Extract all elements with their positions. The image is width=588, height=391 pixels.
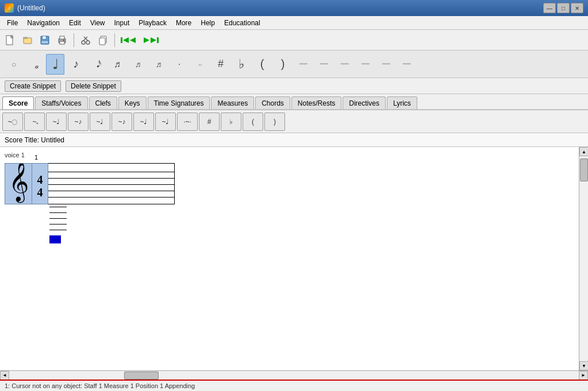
scroll-track-h[interactable] [9,371,579,380]
notation-sharp-btn[interactable]: # [199,113,220,131]
svg-rect-3 [24,37,27,38]
tab-notes-rests[interactable]: Notes/Rests [291,96,341,109]
cursor-indicator [49,235,61,243]
menu-view[interactable]: View [86,17,110,29]
long-rest5-btn[interactable]: ━━ [377,54,395,75]
minimize-button[interactable]: — [543,3,556,13]
tab-clefs[interactable]: Clefs [89,96,117,109]
menu-playback[interactable]: Playback [134,17,171,29]
score-area[interactable]: voice 1 1 𝄞 4 4 [0,147,579,370]
ledger-line-1 [49,207,67,207]
save-button[interactable] [37,33,53,48]
close-paren-btn[interactable]: ) [274,54,292,75]
scroll-right-button[interactable]: ► [579,371,588,380]
scroll-down-button[interactable]: ▼ [579,361,588,370]
notation-flat-btn[interactable]: ♭ [221,113,241,131]
half-note-btn[interactable]: 𝅗 [25,54,44,75]
open-button[interactable] [20,33,36,48]
menu-bar: File Navigation Edit View Input Playback… [0,16,588,30]
whole-rest-note-btn[interactable]: ○ [5,54,23,75]
long-rest2-btn[interactable]: ━━ [315,54,333,75]
dot-btn[interactable]: · [170,54,189,75]
menu-help[interactable]: Help [196,17,220,29]
delete-snippet-button[interactable]: Delete Snippet [66,80,121,92]
measure-number: 1 [34,154,38,161]
snippet-bar: Create Snippet Delete Snippet [0,78,588,94]
notation-dot-btn[interactable]: ·~· [177,113,198,131]
scroll-thumb-h[interactable] [124,371,159,380]
notation-quarter4-btn[interactable]: ~♩ [155,113,176,131]
menu-more[interactable]: More [171,17,196,29]
tab-staffs-voices[interactable]: Staffs/Voices [35,96,87,109]
notation-eighth2-btn[interactable]: ~♪ [112,113,132,131]
scissors-button[interactable] [78,33,94,48]
flat-btn[interactable]: ♭ [232,54,251,75]
scroll-left-button[interactable]: ◄ [0,371,9,380]
svg-marker-18 [123,37,129,43]
fastforward-button[interactable] [140,33,161,48]
32nd-note-btn[interactable]: ♬ [108,54,126,75]
menu-edit[interactable]: Edit [64,17,86,29]
print-button[interactable] [54,33,70,48]
notation-paren-close-btn[interactable]: ) [264,113,285,131]
svg-rect-5 [43,36,46,39]
svg-rect-16 [99,38,105,45]
tab-keys[interactable]: Keys [118,96,147,109]
rewind-icon [121,35,137,45]
eighth-note-btn[interactable]: ♪ [67,54,85,75]
close-button[interactable]: ✕ [571,3,583,13]
menu-educational[interactable]: Educational [220,17,265,29]
svg-point-10 [63,40,64,41]
staff-container: 1 𝄞 4 4 [5,163,574,204]
tab-chords[interactable]: Chords [255,96,290,109]
create-snippet-button[interactable]: Create Snippet [5,80,61,92]
64th-note-btn[interactable]: ♬ [129,54,147,75]
new-icon [5,35,16,45]
copy-button[interactable] [95,33,111,48]
double-dot-btn[interactable]: ·· [191,54,209,75]
long-rest3-btn[interactable]: ━━ [336,54,354,75]
time-signature-area: 4 4 [32,163,48,204]
scroll-track-v[interactable] [579,156,588,361]
new-button[interactable] [2,33,18,48]
svg-rect-17 [121,37,122,43]
treble-clef-symbol: 𝄞 [9,164,29,199]
long-rest4-btn[interactable]: ━━ [356,54,375,75]
notation-paren-open-btn[interactable]: ( [243,113,263,131]
quarter-note-btn[interactable]: ♩ [46,54,64,75]
tab-measures[interactable]: Measures [211,96,254,109]
window-title: (Untitled) [17,4,45,12]
scroll-thumb-v[interactable] [580,158,588,181]
tab-directives[interactable]: Directives [343,96,386,109]
menu-file[interactable]: File [2,17,22,29]
app-icon: ♪ [5,3,14,13]
128th-note-btn[interactable]: ♬ [149,54,168,75]
notation-eighth-btn[interactable]: ~♪ [68,113,89,131]
time-sig-numerator: 4 [37,173,43,186]
long-rest1-btn[interactable]: ━━ [294,54,313,75]
menu-navigation[interactable]: Navigation [22,17,64,29]
tab-time-signatures[interactable]: Time Signatures [148,96,210,109]
save-icon [40,35,50,45]
16th-note-btn[interactable]: 𝅘𝅥𝅯 [87,54,106,75]
sharp-btn[interactable]: # [212,54,230,75]
maximize-button[interactable]: □ [557,3,570,13]
staff-line-3 [48,184,174,185]
staff-line-1 [48,172,174,172]
notation-quarter3-btn[interactable]: ~♩ [133,113,154,131]
content-wrapper: voice 1 1 𝄞 4 4 [0,147,588,380]
notation-quarter2-btn[interactable]: ~♩ [90,113,110,131]
svg-rect-22 [157,37,159,43]
tab-lyrics[interactable]: Lyrics [387,96,417,109]
status-text: 1: Cursor not on any object: Staff 1 Mea… [5,382,195,389]
open-paren-btn[interactable]: ( [253,54,271,75]
notation-quarter-btn[interactable]: ~♩ [46,113,67,131]
ledger-line-4 [49,224,67,224]
notation-whole-eye-btn[interactable]: ~◌ [2,113,23,131]
tab-score[interactable]: Score [2,96,34,109]
scroll-up-button[interactable]: ▲ [579,147,588,156]
menu-input[interactable]: Input [110,17,134,29]
long-rest6-btn[interactable]: ━━ [398,54,416,75]
notation-half-btn[interactable]: ~𝅗 [24,113,45,131]
rewind-button[interactable] [118,33,139,48]
